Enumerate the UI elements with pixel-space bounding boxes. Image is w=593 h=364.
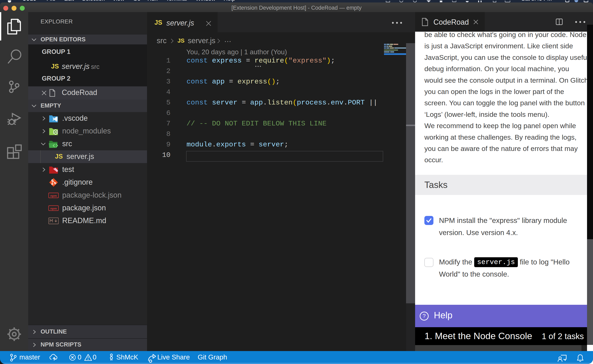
svg-text:npm: npm xyxy=(50,194,57,197)
svg-text:JS: JS xyxy=(54,131,57,133)
svg-text:npm: npm xyxy=(50,207,57,210)
svg-text:?: ? xyxy=(423,313,426,319)
